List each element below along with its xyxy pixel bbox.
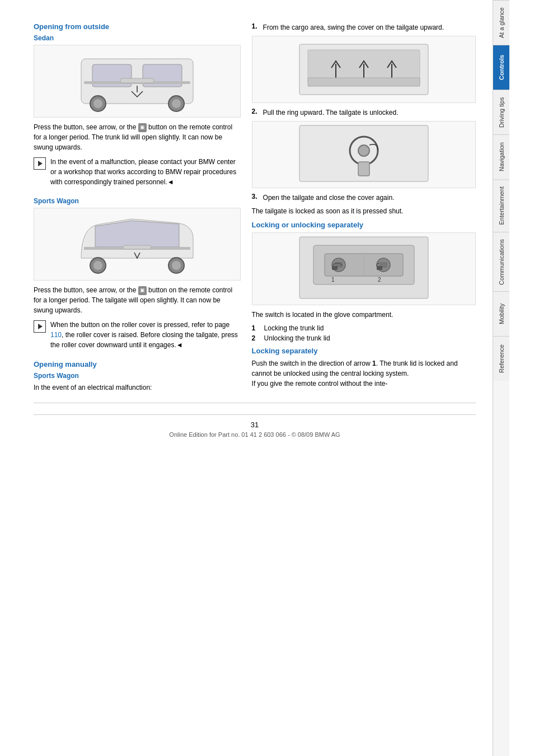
step-3-note: The tailgate is locked as soon as it is … — [252, 206, 476, 216]
sports-wagon-note-box: When the button on the roller cover is p… — [34, 320, 241, 354]
step-2-text: Pull the ring upward. The tailgate is un… — [263, 108, 399, 118]
sports-wagon-car-image — [34, 208, 241, 281]
svg-rect-8 — [120, 78, 154, 83]
svg-rect-36 — [332, 266, 338, 270]
lock-item-1: 1 Locking the trunk lid — [252, 324, 476, 332]
step-2: 2. Pull the ring upward. The tailgate is… — [252, 108, 476, 118]
locking-sep-title: Locking separately — [252, 347, 476, 355]
page-number: 31 — [34, 421, 476, 429]
sedan-car-image — [34, 45, 241, 118]
footer-divider — [34, 403, 476, 403]
tab-mobility[interactable]: Mobility — [493, 291, 509, 336]
lock-label-1: Locking the trunk lid — [264, 324, 324, 332]
svg-point-24 — [358, 145, 369, 156]
opening-manually-title: Opening manually — [34, 360, 241, 368]
lock-item-2: 2 Unlocking the trunk lid — [252, 334, 476, 342]
svg-rect-25 — [358, 162, 369, 176]
lock-num-2: 2 — [252, 334, 260, 342]
locking-image: 1 2 — [252, 232, 476, 305]
svg-text:2: 2 — [378, 277, 381, 283]
svg-rect-21 — [308, 78, 420, 86]
lock-label-2: Unlocking the trunk lid — [264, 334, 330, 342]
remote-btn-icon2: ▣ — [138, 286, 147, 295]
locking-title: Locking or unlocking separately — [252, 221, 476, 229]
svg-point-12 — [93, 261, 102, 270]
svg-text:1: 1 — [331, 277, 335, 283]
left-column: Opening from outside Sedan — [34, 22, 241, 397]
sedan-title: Sedan — [34, 34, 241, 42]
svg-rect-15 — [123, 245, 151, 249]
tab-controls[interactable]: Controls — [493, 45, 509, 90]
sidebar-tabs: At a glance Controls Driving tips Naviga… — [493, 0, 509, 756]
two-column-layout: Opening from outside Sedan — [34, 22, 476, 397]
tab-reference[interactable]: Reference — [493, 336, 509, 381]
step-3-num: 3. — [252, 193, 260, 203]
step-2-num: 2. — [252, 108, 260, 118]
tab-driving-tips[interactable]: Driving tips — [493, 90, 509, 134]
lock-num-1: 1 — [252, 324, 260, 332]
sedan-note-box: In the event of a malfunction, please co… — [34, 157, 241, 192]
tab-navigation[interactable]: Navigation — [493, 134, 509, 179]
sports-wagon-note: When the button on the roller cover is p… — [50, 320, 241, 350]
opening-outside-title: Opening from outside — [34, 22, 241, 31]
step2-image — [252, 121, 476, 188]
main-content: Opening from outside Sedan — [0, 0, 493, 756]
footer-text: Online Edition for Part no. 01 41 2 603 … — [34, 431, 476, 438]
opening-manually-sub: Sports Wagon — [34, 372, 241, 380]
step-1: 1. From the cargo area, swing the cover … — [252, 22, 476, 32]
step1-image — [252, 36, 476, 103]
right-column: 1. From the cargo area, swing the cover … — [252, 22, 476, 397]
footer: 31 Online Edition for Part no. 01 41 2 6… — [34, 414, 476, 438]
sports-wagon-title: Sports Wagon — [34, 197, 241, 205]
svg-point-5 — [93, 99, 102, 108]
step-1-num: 1. — [252, 22, 260, 32]
locking-desc: The switch is located in the glove compa… — [252, 310, 476, 320]
svg-point-14 — [172, 261, 181, 270]
step-1-text: From the cargo area, swing the cover on … — [263, 22, 444, 32]
step-3-text: Open the tailgate and close the cover ag… — [263, 193, 395, 203]
tab-at-a-glance[interactable]: At a glance — [493, 0, 509, 45]
remote-btn-icon: ▣ — [138, 123, 147, 132]
note-play-icon — [34, 157, 46, 170]
sedan-note: In the event of a malfunction, please co… — [50, 157, 241, 187]
page-110-link[interactable]: 110 — [50, 331, 62, 339]
step-3: 3. Open the tailgate and close the cover… — [252, 193, 476, 203]
tab-communications[interactable]: Communications — [493, 232, 509, 292]
note-play-icon2 — [34, 320, 46, 333]
opening-manually-desc: In the event of an electrical malfunctio… — [34, 382, 241, 393]
tab-entertainment[interactable]: Entertainment — [493, 179, 509, 231]
svg-rect-37 — [377, 266, 382, 270]
svg-point-7 — [172, 99, 181, 108]
sedan-desc: Press the button, see arrow, or the ▣ bu… — [34, 122, 241, 152]
locking-sep-desc: Push the switch in the direction of arro… — [252, 358, 476, 389]
sports-wagon-desc: Press the button, see arrow, or the ▣ bu… — [34, 285, 241, 315]
